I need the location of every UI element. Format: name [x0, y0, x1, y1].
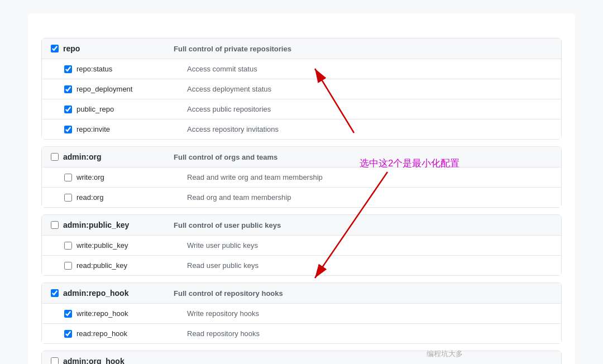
scope-desc-child-repo-1: Access deployment status: [187, 85, 552, 93]
checkbox-child-admin_repo_hook-0[interactable]: [64, 310, 72, 318]
scope-section-admin_repo_hook: admin:repo_hookFull control of repositor…: [41, 282, 562, 344]
scope-header-admin_repo_hook: admin:repo_hookFull control of repositor…: [42, 283, 561, 304]
scope-desc-repo: Full control of private repositories: [174, 45, 552, 53]
checkbox-child-admin_org-0[interactable]: [64, 174, 72, 181]
scope-name-child-repo-1: repo_deployment: [76, 85, 132, 93]
scope-section-admin_org_hook: admin:org_hook: [41, 351, 562, 364]
checkbox-wrap-admin_org_hook: admin:org_hook: [51, 357, 174, 364]
checkbox-child-admin_public_key-0[interactable]: [64, 242, 72, 250]
scope-child-repo-1: repo_deploymentAccess deployment status: [42, 79, 561, 99]
scope-name-repo: repo: [63, 44, 80, 53]
checkbox-repo[interactable]: [51, 45, 59, 52]
checkbox-wrap-repo: repo: [51, 44, 174, 53]
checkbox-wrap-child-admin_org-0: write:org: [64, 173, 187, 181]
page-container: repoFull control of private repositories…: [28, 13, 575, 364]
scope-header-admin_org: admin:orgFull control of orgs and teams: [42, 147, 561, 167]
checkbox-wrap-child-admin_public_key-0: write:public_key: [64, 241, 187, 250]
scope-desc-child-admin_public_key-0: Write user public keys: [187, 241, 552, 250]
checkbox-wrap-child-admin_repo_hook-1: read:repo_hook: [64, 329, 187, 338]
scope-name-child-admin_org-0: write:org: [76, 173, 104, 181]
scope-name-child-admin_public_key-0: write:public_key: [76, 241, 128, 250]
checkbox-wrap-admin_org: admin:org: [51, 152, 174, 161]
scope-child-admin_repo_hook-1: read:repo_hookRead repository hooks: [42, 324, 561, 343]
scope-child-admin_public_key-1: read:public_keyRead user public keys: [42, 256, 561, 275]
scope-desc-child-repo-0: Access commit status: [187, 65, 552, 73]
scope-name-child-admin_org-1: read:org: [76, 193, 103, 202]
scope-desc-child-repo-2: Access public repositories: [187, 105, 552, 113]
scope-child-admin_public_key-0: write:public_keyWrite user public keys: [42, 236, 561, 256]
scope-child-repo-2: public_repoAccess public repositories: [42, 99, 561, 119]
checkbox-child-repo-3[interactable]: [64, 126, 72, 133]
scope-header-admin_org_hook: admin:org_hook: [42, 351, 561, 364]
scope-name-child-repo-0: repo:status: [76, 65, 112, 73]
checkbox-admin_repo_hook[interactable]: [51, 289, 59, 297]
scope-desc-admin_public_key: Full control of user public keys: [174, 221, 552, 229]
scopes-wrapper: repoFull control of private repositories…: [41, 38, 562, 364]
scope-child-repo-0: repo:statusAccess commit status: [42, 59, 561, 79]
scope-child-admin_org-1: read:orgRead org and team membership: [42, 188, 561, 207]
scope-desc-admin_org: Full control of orgs and teams: [174, 153, 552, 161]
checkbox-admin_public_key[interactable]: [51, 221, 59, 229]
checkbox-wrap-admin_repo_hook: admin:repo_hook: [51, 289, 174, 298]
scope-name-admin_org_hook: admin:org_hook: [63, 357, 125, 364]
scope-desc-child-admin_org-1: Read org and team membership: [187, 193, 552, 202]
scope-name-child-admin_repo_hook-0: write:repo_hook: [76, 309, 128, 318]
scope-desc-child-admin_org-0: Read and write org and team membership: [187, 173, 552, 181]
scope-child-repo-3: repo:inviteAccess repository invitations: [42, 119, 561, 139]
scope-desc-child-repo-3: Access repository invitations: [187, 125, 552, 133]
checkbox-child-repo-0[interactable]: [64, 65, 72, 73]
checkbox-admin_org[interactable]: [51, 153, 59, 161]
scope-name-admin_repo_hook: admin:repo_hook: [63, 289, 128, 298]
scope-header-repo: repoFull control of private repositories: [42, 39, 561, 59]
scope-name-admin_public_key: admin:public_key: [63, 221, 129, 229]
scope-name-child-repo-3: repo:invite: [76, 125, 110, 133]
scope-child-admin_repo_hook-0: write:repo_hookWrite repository hooks: [42, 304, 561, 324]
checkbox-child-repo-2[interactable]: [64, 106, 72, 113]
checkbox-wrap-child-admin_org-1: read:org: [64, 193, 187, 202]
scope-header-admin_public_key: admin:public_keyFull control of user pub…: [42, 215, 561, 236]
checkbox-wrap-child-admin_public_key-1: read:public_key: [64, 261, 187, 270]
scope-section-repo: repoFull control of private repositories…: [41, 38, 562, 140]
scope-desc-child-admin_repo_hook-1: Read repository hooks: [187, 329, 552, 338]
scope-name-child-admin_public_key-1: read:public_key: [76, 261, 127, 270]
checkbox-wrap-child-repo-1: repo_deployment: [64, 85, 187, 93]
scope-name-child-admin_repo_hook-1: read:repo_hook: [76, 329, 127, 338]
checkbox-wrap-child-repo-2: public_repo: [64, 105, 187, 113]
checkbox-wrap-child-repo-0: repo:status: [64, 65, 187, 73]
scope-desc-child-admin_public_key-1: Read user public keys: [187, 261, 552, 270]
checkbox-wrap-child-admin_repo_hook-0: write:repo_hook: [64, 309, 187, 318]
checkbox-child-repo-1[interactable]: [64, 85, 72, 93]
checkbox-child-admin_repo_hook-1[interactable]: [64, 330, 72, 338]
scope-name-admin_org: admin:org: [63, 152, 101, 161]
scope-section-admin_org: admin:orgFull control of orgs and teamsw…: [41, 146, 562, 208]
scope-desc-admin_repo_hook: Full control of repository hooks: [174, 289, 552, 298]
checkbox-child-admin_public_key-1[interactable]: [64, 262, 72, 270]
checkbox-wrap-admin_public_key: admin:public_key: [51, 221, 174, 229]
checkbox-admin_org_hook[interactable]: [51, 357, 59, 364]
scope-section-admin_public_key: admin:public_keyFull control of user pub…: [41, 214, 562, 276]
checkbox-child-admin_org-1[interactable]: [64, 194, 72, 202]
scope-desc-child-admin_repo_hook-0: Write repository hooks: [187, 309, 552, 318]
scope-child-admin_org-0: write:orgRead and write org and team mem…: [42, 167, 561, 188]
scope-name-child-repo-2: public_repo: [76, 105, 114, 113]
checkbox-wrap-child-repo-3: repo:invite: [64, 125, 187, 133]
